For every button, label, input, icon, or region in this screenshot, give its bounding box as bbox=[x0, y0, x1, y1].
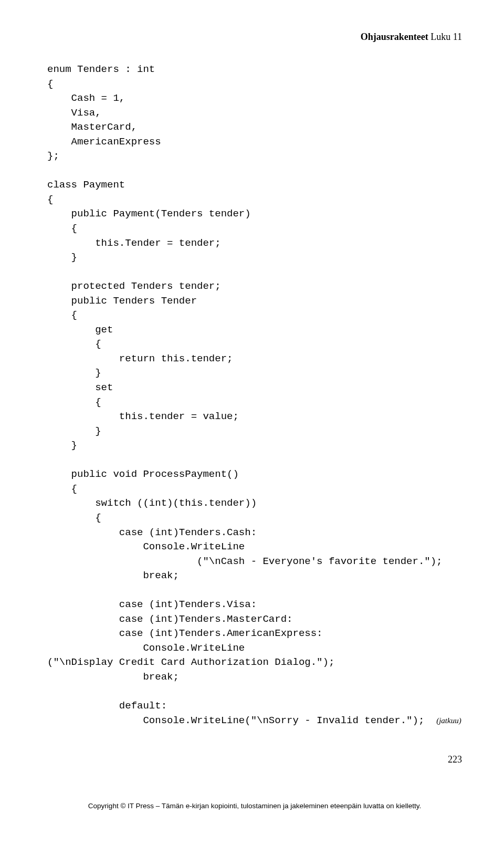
page-header: Ohjausrakenteet Luku 11 bbox=[47, 32, 462, 43]
code-line: switch ((int)(this.tender)) bbox=[47, 497, 257, 509]
code-line: Console.WriteLine bbox=[47, 642, 245, 654]
code-line: set bbox=[47, 382, 113, 393]
header-chapter: Luku 11 bbox=[428, 32, 462, 42]
code-line: Visa, bbox=[47, 107, 101, 119]
page: Ohjausrakenteet Luku 11 enum Tenders : i… bbox=[0, 0, 504, 841]
header-title: Ohjausrakenteet bbox=[361, 32, 428, 42]
code-line: case (int)Tenders.Cash: bbox=[47, 527, 257, 538]
code-line: enum Tenders : int bbox=[47, 64, 155, 75]
code-line: { bbox=[47, 309, 77, 321]
code-line: { bbox=[47, 512, 101, 524]
code-line: ("\nCash - Everyone's favorite tender.")… bbox=[47, 556, 443, 567]
code-line: public void ProcessPayment() bbox=[47, 468, 239, 480]
page-number: 223 bbox=[47, 754, 462, 765]
code-line: protected Tenders tender; bbox=[47, 280, 221, 292]
code-line: MasterCard, bbox=[47, 121, 137, 133]
code-line: Console.WriteLine("\nSorry - Invalid ten… bbox=[47, 715, 424, 726]
code-line: public Tenders Tender bbox=[47, 295, 197, 307]
code-line: { bbox=[47, 397, 101, 408]
code-line: { bbox=[47, 338, 101, 350]
code-line: } bbox=[47, 367, 101, 379]
code-line: case (int)Tenders.AmericanExpress: bbox=[47, 628, 323, 639]
code-line: this.tender = value; bbox=[47, 411, 239, 422]
code-line: case (int)Tenders.Visa: bbox=[47, 599, 257, 610]
code-block: enum Tenders : int { Cash = 1, Visa, Mas… bbox=[47, 62, 462, 728]
code-line: } bbox=[47, 252, 77, 263]
copyright-footer: Copyright © IT Press – Tämän e-kirjan ko… bbox=[47, 802, 462, 810]
code-line: default: bbox=[47, 700, 167, 712]
code-line: Cash = 1, bbox=[47, 92, 125, 104]
code-line: } bbox=[47, 440, 77, 451]
code-line: case (int)Tenders.MasterCard: bbox=[47, 613, 292, 625]
code-line: break; bbox=[47, 570, 179, 581]
code-line: class Payment bbox=[47, 179, 125, 191]
code-line: } bbox=[47, 425, 101, 437]
code-line: ("\nDisplay Credit Card Authorization Di… bbox=[47, 656, 334, 668]
code-line: break; bbox=[47, 671, 179, 683]
code-line: }; bbox=[47, 150, 59, 162]
code-line: this.Tender = tender; bbox=[47, 237, 221, 249]
code-line: { bbox=[47, 194, 53, 205]
code-line: { bbox=[47, 223, 77, 234]
code-line: public Payment(Tenders tender) bbox=[47, 208, 251, 220]
code-line: AmericanExpress bbox=[47, 136, 161, 148]
code-line: { bbox=[47, 78, 53, 90]
continuation-note: (jatkuu) bbox=[436, 716, 461, 725]
code-line: { bbox=[47, 483, 77, 495]
code-line: return this.tender; bbox=[47, 353, 233, 364]
code-line: Console.WriteLine bbox=[47, 541, 245, 552]
code-line: get bbox=[47, 324, 113, 336]
